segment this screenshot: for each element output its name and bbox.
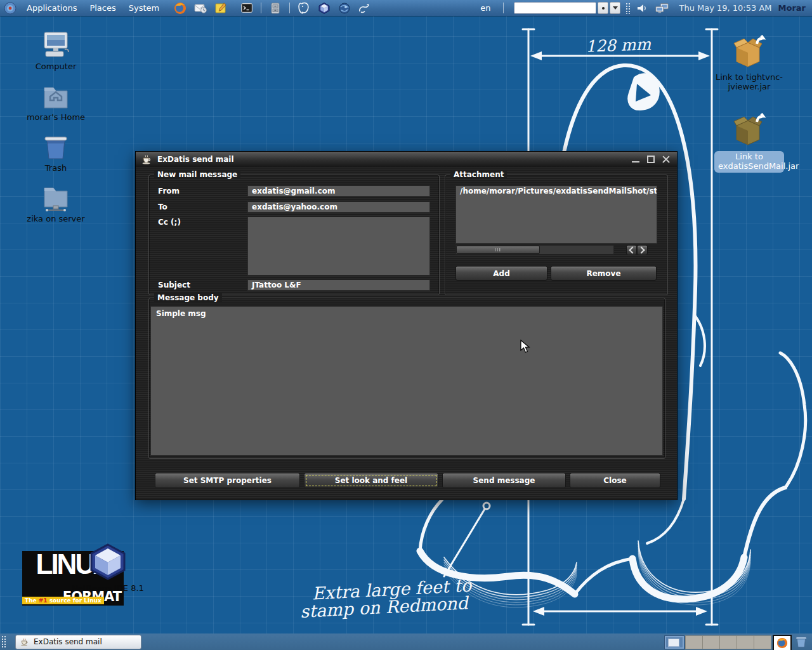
- callout-line: [444, 503, 490, 576]
- feet-annotation-line1: Extra large feet to: [311, 575, 473, 603]
- from-field[interactable]: exdatis@gmail.com: [247, 185, 430, 197]
- keyboard-layout-indicator[interactable]: en: [480, 3, 490, 13]
- tray-drag-handle[interactable]: [625, 3, 630, 14]
- minimize-icon[interactable]: [630, 154, 641, 164]
- attachment-group: Attachment /home/morar/Pictures/exdatisS…: [445, 175, 668, 295]
- message-body-group-label: Message body: [154, 293, 222, 302]
- workspace-firefox-window[interactable]: [773, 635, 792, 650]
- subject-field[interactable]: JTattoo L&F: [247, 279, 430, 291]
- desktop-icon-label: zika on server: [21, 215, 91, 224]
- workspace-6[interactable]: [754, 635, 771, 649]
- desktop-icon-label: Link to tightvnc-jviewer.jar: [714, 73, 784, 92]
- to-label: To: [158, 202, 167, 211]
- file-cabinet-launcher-icon[interactable]: [268, 1, 282, 15]
- message-body-group: Message body Simple msg: [148, 298, 665, 459]
- java-cup-icon: [141, 154, 152, 164]
- panel-clock[interactable]: Thu May 19, 10:53 AM: [679, 3, 771, 13]
- package-link-icon: [714, 35, 784, 72]
- taskbar-trash-icon[interactable]: [794, 635, 808, 650]
- task-button-label: ExDatis send mail: [34, 637, 102, 646]
- netbeans-cube-icon: [57, 541, 159, 583]
- close-icon[interactable]: [660, 154, 672, 164]
- remove-button[interactable]: Remove: [551, 266, 657, 281]
- workspace-2[interactable]: [685, 635, 703, 649]
- dot-icon: [602, 7, 605, 10]
- panel-user-name[interactable]: Morar: [778, 3, 806, 13]
- workspace-1-active[interactable]: [664, 635, 684, 649]
- desktop-icon-label-selected: Link to exdatisSendMail.jar: [714, 151, 784, 173]
- postgresql-launcher-icon[interactable]: [297, 1, 311, 15]
- exdatis-send-mail-window: ExDatis send mail New mail message From …: [135, 151, 678, 500]
- new-mail-group-label: New mail message: [154, 170, 240, 179]
- desktop-icon-label: Trash: [21, 164, 91, 173]
- desktop-icon-computer[interactable]: Computer: [21, 30, 91, 72]
- lasso-launcher-icon[interactable]: [358, 1, 372, 15]
- chevron-left-icon: [629, 246, 636, 253]
- subject-label: Subject: [158, 281, 190, 289]
- netbeans-launcher-icon[interactable]: [317, 1, 331, 15]
- close-button[interactable]: Close: [570, 473, 660, 488]
- task-button-exdatis[interactable]: ExDatis send mail: [15, 635, 141, 649]
- new-mail-group: New mail message From exdatis@gmail.com …: [148, 175, 440, 295]
- workspace-4[interactable]: [719, 635, 737, 649]
- to-field[interactable]: exdatis@yahoo.com: [247, 201, 430, 213]
- message-body-textarea[interactable]: Simple msg: [150, 306, 663, 456]
- panel-separator: [261, 3, 261, 13]
- desktop-icon-netbeans[interactable]: NetBeans IDE 8.1: [57, 541, 159, 594]
- scroll-left-button[interactable]: [626, 245, 637, 255]
- logo-tagline: The #1 source for Linux: [22, 597, 104, 604]
- menu-system[interactable]: System: [122, 0, 166, 16]
- network-monitor-icon[interactable]: [655, 1, 669, 15]
- desktop-icon-server[interactable]: zika on server: [21, 183, 91, 224]
- cc-label: Cc (;): [158, 218, 181, 227]
- attachment-list-item[interactable]: /home/morar/Pictures/exdatisSendMailShot…: [460, 187, 657, 196]
- top-panel: Applications Places System: [0, 0, 812, 16]
- home-folder-icon: [21, 81, 91, 112]
- desktop-icon-tightvnc-link[interactable]: Link to tightvnc-jviewer.jar: [714, 35, 784, 92]
- set-look-and-feel-button[interactable]: Set look and feel: [304, 473, 438, 488]
- globe-swirl-launcher-icon[interactable]: [337, 1, 351, 15]
- attachment-list[interactable]: /home/morar/Pictures/exdatisSendMailShot…: [455, 185, 657, 244]
- bottom-taskbar: ExDatis send mail: [0, 633, 812, 650]
- entry-dot-button[interactable]: [598, 2, 608, 14]
- scrollbar-thumb[interactable]: [456, 246, 540, 254]
- panel-separator: [503, 3, 504, 13]
- attachment-hscrollbar[interactable]: [455, 245, 614, 255]
- add-button[interactable]: Add: [455, 266, 547, 281]
- window-title-bar[interactable]: ExDatis send mail: [136, 152, 677, 167]
- mail-launcher-icon[interactable]: [193, 1, 207, 15]
- send-message-button[interactable]: Send message: [442, 473, 566, 488]
- scroll-right-button[interactable]: [637, 245, 648, 255]
- desktop-icon-label: NetBeans IDE 8.1: [57, 584, 159, 594]
- menu-applications[interactable]: Applications: [20, 0, 83, 16]
- feet-annotation-line2: stamp on Redmond: [300, 593, 471, 621]
- computer-icon: [21, 30, 91, 61]
- workspace-5[interactable]: [737, 635, 754, 649]
- desktop-icon-label: morar's Home: [21, 113, 91, 123]
- panel-command-input[interactable]: [514, 2, 596, 14]
- set-smtp-properties-button[interactable]: Set SMTP properties: [155, 473, 300, 488]
- volume-icon[interactable]: [635, 1, 649, 15]
- menu-places[interactable]: Places: [83, 0, 122, 16]
- desktop-icon-home[interactable]: morar's Home: [21, 81, 91, 123]
- window-title: ExDatis send mail: [157, 155, 234, 164]
- panel-separator: [289, 3, 290, 13]
- window-list-handle[interactable]: [1, 635, 6, 648]
- cc-textarea[interactable]: [247, 216, 430, 275]
- maximize-icon[interactable]: [645, 154, 657, 164]
- desktop-icon-exdatis-link[interactable]: Link to exdatisSendMail.jar: [714, 113, 784, 173]
- workspace-3[interactable]: [702, 635, 720, 649]
- firefox-icon: [776, 637, 788, 649]
- notes-launcher-icon[interactable]: [214, 1, 228, 15]
- desktop-icon-trash[interactable]: Trash: [21, 132, 91, 173]
- entry-dropdown-button[interactable]: [610, 2, 620, 14]
- trash-icon: [21, 132, 91, 162]
- firefox-launcher-icon[interactable]: [173, 1, 187, 15]
- distro-menu-icon[interactable]: [3, 1, 17, 15]
- from-label: From: [158, 187, 180, 196]
- scrollbar-grip: [495, 248, 501, 251]
- desktop-icon-label: Computer: [21, 62, 91, 72]
- package-link-icon-selected: [714, 113, 784, 150]
- terminal-launcher-icon[interactable]: [240, 1, 254, 15]
- chevron-down-icon: [613, 6, 618, 10]
